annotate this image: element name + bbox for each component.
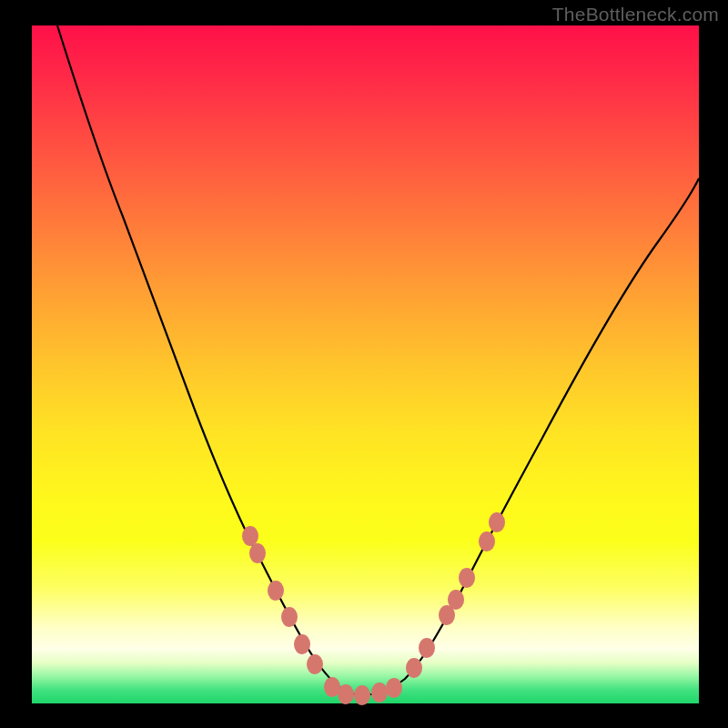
bottleneck-curve [57, 25, 699, 695]
curve-marker [354, 685, 370, 705]
marker-group [242, 512, 505, 705]
curve-marker [419, 638, 435, 658]
curve-marker [479, 531, 495, 551]
curve-marker [249, 543, 266, 563]
curve-marker [242, 526, 258, 546]
curve-marker [448, 590, 464, 610]
curve-marker [338, 684, 354, 704]
curve-marker [489, 512, 505, 532]
watermark-text: TheBottleneck.com [552, 4, 719, 25]
curve-marker [386, 678, 402, 698]
curve-marker [371, 682, 388, 703]
curve-marker [307, 654, 323, 674]
curve-marker [268, 581, 284, 601]
chart-stage: TheBottleneck.com [0, 0, 728, 728]
curve-marker [294, 634, 310, 654]
curve-marker [459, 568, 475, 588]
curve-layer [32, 25, 699, 703]
curve-marker [406, 658, 422, 678]
curve-marker [281, 607, 298, 627]
